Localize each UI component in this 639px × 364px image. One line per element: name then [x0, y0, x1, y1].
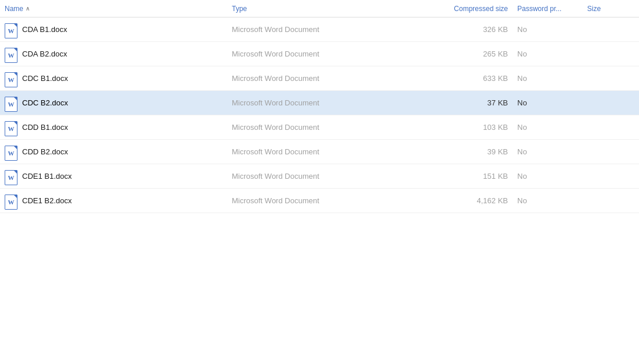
password-protected-value: No	[517, 196, 527, 205]
password-protected-value: No	[517, 25, 527, 34]
file-type: Microsoft Word Document	[232, 172, 319, 181]
table-row[interactable]: CDC B1.docx Microsoft Word Document 633 …	[0, 66, 639, 91]
sort-arrow-icon: ∧	[26, 5, 30, 12]
cell-compressed-size: 633 KB	[384, 66, 513, 90]
word-icon	[5, 97, 17, 112]
word-icon-corner	[14, 171, 17, 174]
file-type: Microsoft Word Document	[232, 196, 319, 205]
compressed-size-value: 37 KB	[488, 98, 508, 107]
file-type: Microsoft Word Document	[232, 123, 319, 132]
word-file-icon	[5, 23, 17, 36]
cell-type: Microsoft Word Document	[227, 189, 384, 213]
cell-size	[582, 115, 639, 139]
compressed-size-value: 151 KB	[483, 172, 508, 181]
cell-password-protected: No	[513, 91, 582, 115]
header-name[interactable]: Name ∧	[0, 0, 227, 17]
cell-password-protected: No	[513, 17, 582, 41]
password-protected-value: No	[517, 123, 527, 132]
cell-name: CDE1 B2.docx	[0, 189, 227, 213]
word-icon-corner	[14, 73, 17, 76]
word-icon-corner	[14, 146, 17, 149]
cell-size	[582, 164, 639, 188]
compressed-size-value: 39 KB	[488, 147, 508, 156]
cell-type: Microsoft Word Document	[227, 66, 384, 90]
cell-password-protected: No	[513, 66, 582, 90]
table-row[interactable]: CDD B2.docx Microsoft Word Document 39 K…	[0, 140, 639, 164]
compressed-size-value: 633 KB	[483, 74, 508, 83]
header-size[interactable]: Size	[582, 0, 639, 17]
word-icon-corner	[14, 48, 17, 51]
cell-type: Microsoft Word Document	[227, 42, 384, 66]
file-name: CDD B1.docx	[22, 123, 68, 132]
cell-compressed-size: 103 KB	[384, 115, 513, 139]
word-icon-corner	[14, 97, 17, 100]
cell-size	[582, 42, 639, 66]
file-name: CDC B1.docx	[22, 74, 68, 83]
cell-compressed-size: 326 KB	[384, 17, 513, 41]
cell-size	[582, 189, 639, 213]
file-name: CDE1 B2.docx	[22, 196, 72, 205]
cell-name: CDC B1.docx	[0, 66, 227, 90]
table-row[interactable]: CDC B2.docx Microsoft Word Document 37 K…	[0, 91, 639, 115]
word-icon	[5, 72, 17, 87]
cell-password-protected: No	[513, 189, 582, 213]
cell-name: CDD B2.docx	[0, 140, 227, 164]
cell-type: Microsoft Word Document	[227, 140, 384, 164]
password-protected-value: No	[517, 74, 527, 83]
cell-compressed-size: 4,162 KB	[384, 189, 513, 213]
word-icon	[5, 146, 17, 161]
cell-type: Microsoft Word Document	[227, 17, 384, 41]
table-row[interactable]: CDA B2.docx Microsoft Word Document 265 …	[0, 42, 639, 66]
cell-name: CDC B2.docx	[0, 91, 227, 115]
compressed-size-value: 265 KB	[483, 50, 508, 58]
header-compressed-size[interactable]: Compressed size	[384, 0, 513, 17]
table-row[interactable]: CDE1 B1.docx Microsoft Word Document 151…	[0, 164, 639, 189]
table-row[interactable]: CDD B1.docx Microsoft Word Document 103 …	[0, 115, 639, 140]
word-icon	[5, 121, 17, 136]
cell-name: CDA B1.docx	[0, 17, 227, 41]
word-icon	[5, 23, 17, 38]
header-password-pr[interactable]: Password pr...	[513, 0, 582, 17]
header-type[interactable]: Type	[227, 0, 384, 17]
cell-password-protected: No	[513, 115, 582, 139]
file-type: Microsoft Word Document	[232, 25, 319, 34]
compressed-size-value: 4,162 KB	[477, 196, 509, 205]
word-file-icon	[5, 146, 17, 158]
word-file-icon	[5, 48, 17, 61]
word-icon	[5, 195, 17, 210]
cell-type: Microsoft Word Document	[227, 91, 384, 115]
table-header: Name ∧ Type Compressed size Password pr.…	[0, 0, 639, 17]
password-protected-value: No	[517, 147, 527, 156]
cell-compressed-size: 37 KB	[384, 91, 513, 115]
word-icon-corner	[14, 195, 17, 198]
word-file-icon	[5, 97, 17, 109]
file-name: CDE1 B1.docx	[22, 172, 72, 181]
cell-name: CDE1 B1.docx	[0, 164, 227, 188]
cell-type: Microsoft Word Document	[227, 115, 384, 139]
table-row[interactable]: CDE1 B2.docx Microsoft Word Document 4,1…	[0, 189, 639, 213]
file-type: Microsoft Word Document	[232, 98, 319, 107]
cell-password-protected: No	[513, 164, 582, 188]
password-protected-value: No	[517, 50, 527, 58]
word-file-icon	[5, 121, 17, 134]
cell-compressed-size: 265 KB	[384, 42, 513, 66]
word-icon	[5, 48, 17, 63]
cell-size	[582, 91, 639, 115]
table-body: CDA B1.docx Microsoft Word Document 326 …	[0, 17, 639, 213]
cell-compressed-size: 39 KB	[384, 140, 513, 164]
cell-name: CDA B2.docx	[0, 42, 227, 66]
word-file-icon	[5, 195, 17, 207]
compressed-size-value: 103 KB	[483, 123, 508, 132]
cell-name: CDD B1.docx	[0, 115, 227, 139]
cell-password-protected: No	[513, 42, 582, 66]
file-list-container: Name ∧ Type Compressed size Password pr.…	[0, 0, 639, 364]
cell-size	[582, 140, 639, 164]
cell-compressed-size: 151 KB	[384, 164, 513, 188]
file-name: CDA B1.docx	[22, 25, 67, 34]
file-type: Microsoft Word Document	[232, 74, 319, 83]
compressed-size-value: 326 KB	[483, 25, 508, 34]
table-row[interactable]: CDA B1.docx Microsoft Word Document 326 …	[0, 17, 639, 42]
file-name: CDD B2.docx	[22, 147, 68, 156]
word-icon-corner	[14, 122, 17, 125]
cell-type: Microsoft Word Document	[227, 164, 384, 188]
